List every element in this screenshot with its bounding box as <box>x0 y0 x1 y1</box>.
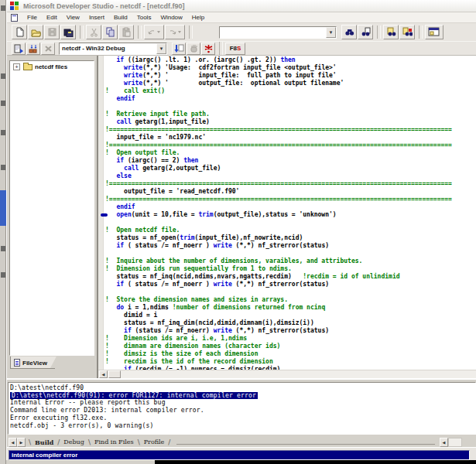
menu-item-window[interactable]: Window <box>156 12 187 22</box>
open-button[interactable] <box>28 25 43 39</box>
code-line: ! Inquire about the number of dimensions… <box>105 258 362 265</box>
code-line: ! Store the dimension names and sizes in… <box>105 296 288 304</box>
output-tab-profile[interactable]: Profile <box>140 438 169 445</box>
chevron-down-icon[interactable]: ▼ <box>156 43 166 54</box>
redo-icon <box>167 27 183 37</box>
output-line[interactable]: Command line error D2013: internal compi… <box>10 407 204 415</box>
fortran-tool-button[interactable]: F8S <box>225 43 245 55</box>
hscroll-track[interactable] <box>448 438 462 447</box>
output-line[interactable]: Error executing fl32.exe. <box>10 415 107 422</box>
code-line: ! Retrieve input file path. <box>105 111 210 118</box>
tabbar-line <box>176 444 435 445</box>
code-line: else <box>105 172 132 180</box>
code-line: if ((iargc() .lt. 1) .or. (iargc() .gt. … <box>105 56 296 64</box>
paste-button[interactable] <box>118 25 134 39</box>
editor-margin[interactable] <box>98 56 104 378</box>
menu-item-tools[interactable]: Tools <box>132 12 156 22</box>
hscroll-thumb[interactable] <box>108 370 121 378</box>
background-glyph <box>1 130 5 135</box>
code-line: write(*,*) 'Usage: cdf2fortran input_fil… <box>105 64 337 72</box>
build-button[interactable] <box>26 43 40 55</box>
scroll-left-icon[interactable]: ◀ <box>99 370 108 378</box>
output-line[interactable]: D:\atest\netcdf.f90 <box>10 384 84 392</box>
code-line: input_file = 'nc1979.nc' <box>105 134 206 142</box>
code-line: ! dimsiz is the size of each dimension <box>105 350 258 358</box>
mdi-document-icon[interactable] <box>11 14 18 22</box>
output-tab-find-in-files[interactable]: Find in Files <box>91 438 138 445</box>
find-symbol-icon <box>402 27 413 37</box>
output-hscrollbar[interactable]: ◀ <box>440 438 462 447</box>
find-symbol-button[interactable] <box>399 25 415 39</box>
menu-item-edit[interactable]: Edit <box>42 12 62 22</box>
find-combobox[interactable]: ▼ <box>219 26 337 39</box>
folder-icon <box>23 64 33 70</box>
code-line: if ( status /= nf_noerr ) write (*,*) nf… <box>105 242 329 250</box>
tab-scroll-left-icon[interactable]: ◀ <box>9 438 17 447</box>
client-area: + netcdf files FileView if ((iargc() .lt… <box>7 56 476 378</box>
save-button[interactable] <box>44 25 60 39</box>
window-title: Microsoft Developer Studio - netcdf - [n… <box>23 2 185 10</box>
code-line: endif <box>105 95 135 103</box>
fileview-tree[interactable]: + netcdf files <box>9 60 94 356</box>
save-all-button[interactable] <box>60 25 76 39</box>
paste-icon <box>122 27 132 37</box>
cut-button[interactable] <box>86 25 101 39</box>
redo-button[interactable] <box>165 25 185 39</box>
search-button[interactable] <box>341 25 357 39</box>
code-line: endif <box>105 203 135 211</box>
error-line-selected[interactable]: D:\atest\netcdf.f90(91): error FOR1127: … <box>10 392 258 400</box>
tab-fileview[interactable]: FileView <box>10 357 57 368</box>
configuration-combobox[interactable]: netcdf - Win32 Debug ▼ <box>59 43 167 55</box>
background-glyph <box>1 165 5 170</box>
find-in-files-button[interactable] <box>383 25 399 39</box>
tree-item-netcdf-files[interactable]: + netcdf files <box>10 61 94 70</box>
code-line: ! Dimension ids run sequentially from 1 … <box>105 265 292 273</box>
menu-item-insert[interactable]: Insert <box>84 12 109 22</box>
expand-icon[interactable]: + <box>13 63 20 70</box>
code-line: status = nf_open(trim(input_file),nf_now… <box>105 234 303 242</box>
code-line: status = nf_inq(ncid,ndims,nvars,ngatts,… <box>105 273 400 281</box>
chevron-down-icon[interactable]: ▼ <box>326 27 336 38</box>
code-line: ! recdim is the id of the record dimensi… <box>105 358 273 366</box>
breakpoint-button[interactable] <box>187 43 200 55</box>
workspace-window-icon <box>428 27 440 37</box>
execute-button[interactable] <box>201 43 215 55</box>
menu-items: FileEditViewInsertBuildToolsWindowHelp <box>22 12 209 22</box>
stop-build-button[interactable] <box>41 43 55 55</box>
tab-scroll-right-icon[interactable]: ▶ <box>17 438 26 447</box>
cut-icon <box>89 27 99 37</box>
code-text[interactable]: if ((iargc() .lt. 1) .or. (iargc() .gt. … <box>105 56 476 378</box>
code-line: ! Dimension ids are i, i.e, 1,ndims <box>105 335 247 343</box>
code-line: call getarg(2,output_file) <box>105 165 221 172</box>
output-line[interactable]: netcdf.obj - 3 error(s), 0 warning(s) <box>10 422 154 430</box>
code-editor[interactable]: if ((iargc() .lt. 1) .or. (iargc() .gt. … <box>97 56 476 378</box>
output-line[interactable]: Internal Error -- please report this bug <box>10 399 166 407</box>
copy-button[interactable] <box>102 25 118 39</box>
scroll-left-icon[interactable]: ◀ <box>440 438 448 447</box>
code-line: ! Open output file. <box>105 149 180 157</box>
compile-button[interactable] <box>12 43 26 55</box>
output-tab-debug[interactable]: Debug <box>60 438 88 445</box>
find-in-files-icon <box>386 27 396 37</box>
code-line: !=======================================… <box>105 180 452 188</box>
menu-item-build[interactable]: Build <box>109 12 132 22</box>
tab-separator: / <box>168 438 170 446</box>
code-line: write(*,*) ' output_file: optional outpu… <box>105 80 344 87</box>
menu-bar: FileEditViewInsertBuildToolsWindowHelp <box>7 12 476 23</box>
workspace-toggle-button[interactable] <box>425 25 443 39</box>
compile-icon <box>14 44 24 53</box>
build-output[interactable]: D:\atest\netcdf.f90D:\atest\netcdf.f90(9… <box>8 382 476 435</box>
editor-hscrollbar[interactable]: ◀ <box>98 370 476 378</box>
code-line: !=======================================… <box>105 196 452 203</box>
output-tab-build[interactable]: Build <box>31 438 57 446</box>
code-line: if (iargc() == 2) then <box>105 157 198 165</box>
go-button[interactable] <box>172 43 186 55</box>
new-file-button[interactable] <box>12 25 27 39</box>
menu-item-help[interactable]: Help <box>187 12 209 22</box>
menu-item-file[interactable]: File <box>22 12 42 22</box>
menu-item-view[interactable]: View <box>62 12 84 22</box>
title-bar[interactable]: Microsoft Developer Studio - netcdf - [n… <box>7 0 476 12</box>
undo-button[interactable] <box>144 25 164 39</box>
search-in-files-button[interactable] <box>358 25 373 39</box>
ide-window: Microsoft Developer Studio - netcdf - [n… <box>6 0 476 460</box>
